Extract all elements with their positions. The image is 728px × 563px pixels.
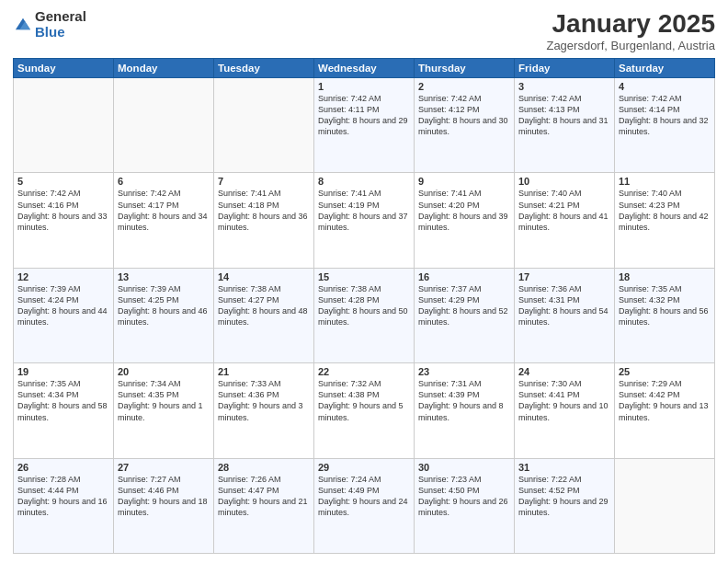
- calendar-day-cell: 21Sunrise: 7:33 AMSunset: 4:36 PMDayligh…: [214, 363, 314, 458]
- day-number: 2: [418, 81, 510, 92]
- calendar-day-cell: 7Sunrise: 7:41 AMSunset: 4:18 PMDaylight…: [214, 173, 314, 268]
- calendar-day-cell: 14Sunrise: 7:38 AMSunset: 4:27 PMDayligh…: [214, 268, 314, 362]
- day-info: Sunrise: 7:36 AMSunset: 4:31 PMDaylight:…: [518, 283, 610, 328]
- day-info: Sunrise: 7:35 AMSunset: 4:32 PMDaylight:…: [619, 283, 711, 328]
- calendar-day-cell: 31Sunrise: 7:22 AMSunset: 4:52 PMDayligh…: [515, 458, 615, 553]
- day-info: Sunrise: 7:38 AMSunset: 4:27 PMDaylight:…: [218, 283, 310, 328]
- day-number: 3: [518, 81, 610, 92]
- calendar-day-cell: 27Sunrise: 7:27 AMSunset: 4:46 PMDayligh…: [114, 458, 214, 553]
- day-number: 15: [318, 271, 410, 282]
- calendar-day-cell: [14, 78, 114, 173]
- day-info: Sunrise: 7:38 AMSunset: 4:28 PMDaylight:…: [318, 283, 410, 328]
- logo-text: General Blue: [35, 9, 86, 40]
- weekday-header: Saturday: [615, 59, 715, 78]
- day-info: Sunrise: 7:41 AMSunset: 4:18 PMDaylight:…: [218, 188, 310, 233]
- day-info: Sunrise: 7:42 AMSunset: 4:17 PMDaylight:…: [118, 188, 210, 233]
- calendar-day-cell: 6Sunrise: 7:42 AMSunset: 4:17 PMDaylight…: [114, 173, 214, 268]
- logo-general: General: [35, 9, 86, 25]
- day-info: Sunrise: 7:35 AMSunset: 4:34 PMDaylight:…: [17, 378, 109, 423]
- page: General Blue January 2025 Zagersdorf, Bu…: [0, 0, 728, 563]
- day-info: Sunrise: 7:40 AMSunset: 4:23 PMDaylight:…: [619, 188, 711, 233]
- day-info: Sunrise: 7:28 AMSunset: 4:44 PMDaylight:…: [17, 474, 109, 519]
- calendar-day-cell: [214, 78, 314, 173]
- calendar-day-cell: 12Sunrise: 7:39 AMSunset: 4:24 PMDayligh…: [14, 268, 114, 362]
- calendar-day-cell: 3Sunrise: 7:42 AMSunset: 4:13 PMDaylight…: [515, 78, 615, 173]
- day-number: 21: [218, 366, 310, 377]
- title-block: January 2025 Zagersdorf, Burgenland, Aus…: [546, 9, 715, 52]
- day-info: Sunrise: 7:30 AMSunset: 4:41 PMDaylight:…: [518, 378, 610, 423]
- calendar-table: SundayMondayTuesdayWednesdayThursdayFrid…: [13, 58, 715, 554]
- calendar-day-cell: 9Sunrise: 7:41 AMSunset: 4:20 PMDaylight…: [415, 173, 515, 268]
- calendar-day-cell: 28Sunrise: 7:26 AMSunset: 4:47 PMDayligh…: [214, 458, 314, 553]
- calendar-day-cell: [114, 78, 214, 173]
- day-number: 27: [118, 462, 210, 473]
- day-info: Sunrise: 7:41 AMSunset: 4:20 PMDaylight:…: [418, 188, 510, 233]
- calendar-day-cell: 1Sunrise: 7:42 AMSunset: 4:11 PMDaylight…: [314, 78, 415, 173]
- calendar-day-cell: 4Sunrise: 7:42 AMSunset: 4:14 PMDaylight…: [615, 78, 715, 173]
- weekday-header: Thursday: [415, 59, 515, 78]
- day-number: 10: [518, 176, 610, 187]
- day-info: Sunrise: 7:41 AMSunset: 4:19 PMDaylight:…: [318, 188, 410, 233]
- day-info: Sunrise: 7:39 AMSunset: 4:25 PMDaylight:…: [118, 283, 210, 328]
- day-number: 20: [118, 366, 210, 377]
- day-number: 16: [418, 271, 510, 282]
- calendar-week-row: 26Sunrise: 7:28 AMSunset: 4:44 PMDayligh…: [14, 458, 715, 553]
- header: General Blue January 2025 Zagersdorf, Bu…: [13, 9, 715, 52]
- weekday-header: Sunday: [14, 59, 114, 78]
- day-number: 30: [418, 462, 510, 473]
- calendar-day-cell: 23Sunrise: 7:31 AMSunset: 4:39 PMDayligh…: [415, 363, 515, 458]
- day-info: Sunrise: 7:24 AMSunset: 4:49 PMDaylight:…: [318, 474, 410, 519]
- day-number: 4: [619, 81, 711, 92]
- day-info: Sunrise: 7:33 AMSunset: 4:36 PMDaylight:…: [218, 378, 310, 423]
- day-number: 24: [518, 366, 610, 377]
- calendar-day-cell: 2Sunrise: 7:42 AMSunset: 4:12 PMDaylight…: [415, 78, 515, 173]
- calendar-day-cell: 19Sunrise: 7:35 AMSunset: 4:34 PMDayligh…: [14, 363, 114, 458]
- location: Zagersdorf, Burgenland, Austria: [546, 39, 715, 52]
- day-info: Sunrise: 7:26 AMSunset: 4:47 PMDaylight:…: [218, 474, 310, 519]
- day-number: 9: [418, 176, 510, 187]
- calendar-week-row: 1Sunrise: 7:42 AMSunset: 4:11 PMDaylight…: [14, 78, 715, 173]
- day-number: 18: [619, 271, 711, 282]
- day-info: Sunrise: 7:27 AMSunset: 4:46 PMDaylight:…: [118, 474, 210, 519]
- day-info: Sunrise: 7:39 AMSunset: 4:24 PMDaylight:…: [17, 283, 109, 328]
- day-number: 13: [118, 271, 210, 282]
- month-title: January 2025: [546, 9, 715, 39]
- logo: General Blue: [13, 9, 86, 40]
- day-info: Sunrise: 7:42 AMSunset: 4:12 PMDaylight:…: [418, 93, 510, 138]
- logo-icon: [13, 15, 33, 35]
- day-number: 11: [619, 176, 711, 187]
- day-info: Sunrise: 7:34 AMSunset: 4:35 PMDaylight:…: [118, 378, 210, 423]
- calendar-day-cell: 22Sunrise: 7:32 AMSunset: 4:38 PMDayligh…: [314, 363, 415, 458]
- day-info: Sunrise: 7:23 AMSunset: 4:50 PMDaylight:…: [418, 474, 510, 519]
- calendar-week-row: 19Sunrise: 7:35 AMSunset: 4:34 PMDayligh…: [14, 363, 715, 458]
- day-number: 17: [518, 271, 610, 282]
- calendar-day-cell: 16Sunrise: 7:37 AMSunset: 4:29 PMDayligh…: [415, 268, 515, 362]
- day-info: Sunrise: 7:42 AMSunset: 4:14 PMDaylight:…: [619, 93, 711, 138]
- calendar-day-cell: 24Sunrise: 7:30 AMSunset: 4:41 PMDayligh…: [515, 363, 615, 458]
- day-number: 22: [318, 366, 410, 377]
- calendar-day-cell: 29Sunrise: 7:24 AMSunset: 4:49 PMDayligh…: [314, 458, 415, 553]
- calendar-week-row: 12Sunrise: 7:39 AMSunset: 4:24 PMDayligh…: [14, 268, 715, 362]
- calendar-day-cell: [615, 458, 715, 553]
- day-info: Sunrise: 7:29 AMSunset: 4:42 PMDaylight:…: [619, 378, 711, 423]
- calendar-day-cell: 13Sunrise: 7:39 AMSunset: 4:25 PMDayligh…: [114, 268, 214, 362]
- calendar-day-cell: 10Sunrise: 7:40 AMSunset: 4:21 PMDayligh…: [515, 173, 615, 268]
- calendar-day-cell: 26Sunrise: 7:28 AMSunset: 4:44 PMDayligh…: [14, 458, 114, 553]
- day-info: Sunrise: 7:42 AMSunset: 4:13 PMDaylight:…: [518, 93, 610, 138]
- day-info: Sunrise: 7:32 AMSunset: 4:38 PMDaylight:…: [318, 378, 410, 423]
- calendar-day-cell: 17Sunrise: 7:36 AMSunset: 4:31 PMDayligh…: [515, 268, 615, 362]
- day-number: 28: [218, 462, 310, 473]
- calendar-day-cell: 18Sunrise: 7:35 AMSunset: 4:32 PMDayligh…: [615, 268, 715, 362]
- day-info: Sunrise: 7:22 AMSunset: 4:52 PMDaylight:…: [518, 474, 610, 519]
- day-info: Sunrise: 7:40 AMSunset: 4:21 PMDaylight:…: [518, 188, 610, 233]
- day-number: 25: [619, 366, 711, 377]
- day-number: 5: [17, 176, 109, 187]
- day-number: 29: [318, 462, 410, 473]
- weekday-header: Friday: [515, 59, 615, 78]
- day-number: 14: [218, 271, 310, 282]
- day-number: 12: [17, 271, 109, 282]
- logo-blue: Blue: [35, 25, 86, 40]
- day-number: 7: [218, 176, 310, 187]
- calendar-day-cell: 11Sunrise: 7:40 AMSunset: 4:23 PMDayligh…: [615, 173, 715, 268]
- day-info: Sunrise: 7:42 AMSunset: 4:16 PMDaylight:…: [17, 188, 109, 233]
